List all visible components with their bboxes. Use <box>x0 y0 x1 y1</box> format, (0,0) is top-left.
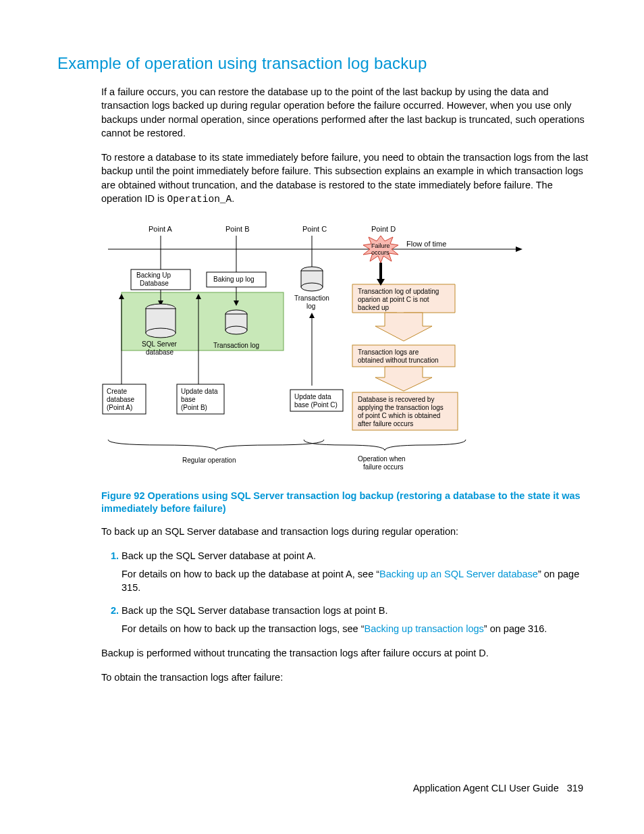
label-point-c: Point C <box>302 225 327 233</box>
label-baking-log: Baking up log <box>213 276 254 283</box>
para2-text-c: . <box>232 193 234 204</box>
footer-page-number: 319 <box>567 783 583 793</box>
label-brace2b: failure occurs <box>363 463 403 471</box>
label-point-d: Point D <box>371 225 396 233</box>
step-1: Back up the SQL Server database at point… <box>122 549 593 594</box>
paragraph-after-steps-1: Backup is performed without truncating t… <box>101 646 593 660</box>
label-cbox3a: Database is recovered by <box>358 396 434 403</box>
steps-list: Back up the SQL Server database at point… <box>101 549 593 635</box>
label-cbox1c: backed up <box>358 304 390 311</box>
figure-diagram: Point A Point B Point C Point D Flow of … <box>101 217 593 483</box>
label-point-b: Point B <box>225 225 249 233</box>
label-cbox3b: applying the transaction logs <box>358 404 444 411</box>
label-create-db-3: (Point A) <box>107 404 132 411</box>
label-point-a: Point A <box>149 225 173 233</box>
label-update-b-1: Update data <box>181 388 218 395</box>
label-cbox3c: of point C which is obtained <box>358 412 440 419</box>
paragraph-intro-1: If a failure occurs, you can restore the… <box>101 85 593 140</box>
brace-left-icon <box>108 440 324 450</box>
label-update-b-2: base <box>181 396 196 403</box>
paragraph-after-steps-2: To obtain the transaction logs after fai… <box>101 671 593 684</box>
section-title: Example of operation using transaction l… <box>57 54 593 73</box>
label-update-c-1: Update data <box>294 393 331 400</box>
label-brace1: Regular operation <box>182 457 236 464</box>
svg-marker-1 <box>516 246 522 252</box>
paragraph-backup-intro: To back up an SQL Server database and tr… <box>101 525 593 538</box>
operation-id: Operation_A <box>167 194 232 205</box>
label-sql-db-1: SQL Server <box>142 340 178 348</box>
label-cbox1b: oparion at point C is not <box>358 296 429 303</box>
label-update-c-2: base (Point C) <box>294 401 338 409</box>
footer-guide-title: Application Agent CLI User Guide <box>413 783 559 793</box>
step-1-detail-a: For details on how to back up the databa… <box>122 569 379 579</box>
label-translog-1: Transaction log <box>213 342 259 349</box>
label-create-db-1: Create <box>107 388 127 395</box>
svg-marker-24 <box>309 313 315 318</box>
label-cbox2b: obtained without truncation <box>358 357 439 364</box>
svg-point-11 <box>146 328 176 338</box>
step-2-detail-a: For details on how to back up the transa… <box>122 623 364 634</box>
brace-right-icon <box>304 440 466 450</box>
label-update-b-3: (Point B) <box>181 404 207 411</box>
step-1-text: Back up the SQL Server database at point… <box>122 550 316 561</box>
svg-point-15 <box>301 283 323 291</box>
label-backup-db: Backing Up <box>136 271 171 279</box>
paragraph-intro-2: To restore a database to its state immed… <box>101 151 593 206</box>
link-backup-trans-logs[interactable]: Backing up transaction logs <box>364 623 483 634</box>
step-2-text: Back up the SQL Server database transact… <box>122 605 387 616</box>
step-2-detail-b: ” on page 316. <box>484 623 547 634</box>
down-arrow-1-icon <box>375 313 432 341</box>
down-arrow-2-icon <box>375 367 432 391</box>
link-backup-sql-db[interactable]: Backing up an SQL Server database <box>379 569 538 579</box>
label-cbox2a: Transaction logs are <box>358 348 419 356</box>
label-failure-line2: occurs <box>371 249 390 256</box>
label-brace2a: Operation when <box>358 455 406 463</box>
step-2: Back up the SQL Server database transact… <box>122 604 593 635</box>
label-backup-db2: Database <box>140 280 169 287</box>
label-cbox3d: after failure occurs <box>358 420 413 427</box>
svg-point-13 <box>225 326 247 334</box>
label-flow-of-time: Flow of time <box>406 240 446 248</box>
figure-caption: Figure 92 Operations using SQL Server tr… <box>101 490 593 515</box>
label-failure-line1: Failure <box>371 242 390 249</box>
label-create-db-2: database <box>107 396 135 403</box>
label-sql-db-2: database <box>146 348 174 356</box>
label-translog-c-1: Transaction <box>294 294 329 302</box>
label-cbox1a: Transaction log of updating <box>358 288 439 295</box>
label-translog-c-2: log <box>306 303 315 310</box>
page-footer: Application Agent CLI User Guide 319 <box>413 783 583 793</box>
